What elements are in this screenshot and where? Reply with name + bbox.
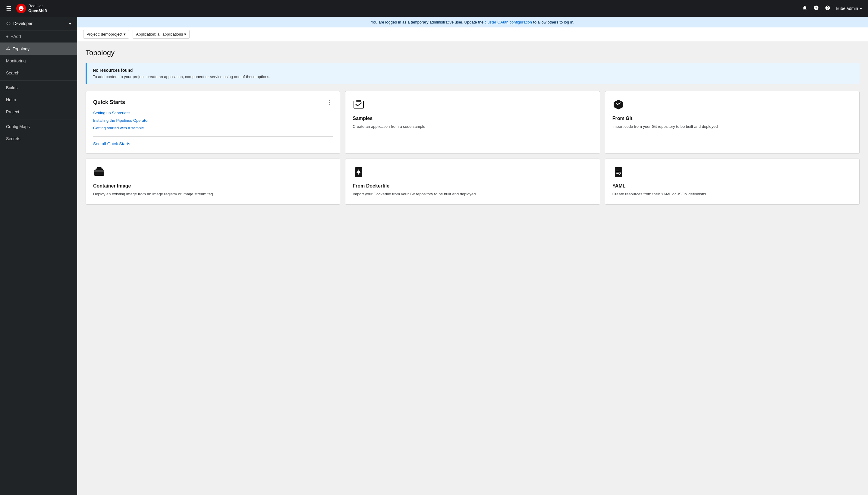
samples-card[interactable]: Samples Create an application from a cod…: [345, 91, 600, 154]
yaml-card[interactable]: YAML Create resources from their YAML or…: [605, 158, 860, 205]
user-menu[interactable]: kube:admin ▾: [836, 6, 862, 11]
container-image-card-desc: Deploy an existing image from an image r…: [93, 191, 333, 197]
yaml-card-title: YAML: [612, 183, 852, 189]
add-nav-icon: +: [6, 34, 8, 39]
alert-description: To add content to your project, create a…: [93, 74, 853, 79]
sidebar-item-search[interactable]: Search: [0, 67, 77, 79]
from-git-icon: [612, 99, 852, 112]
application-dropdown[interactable]: Application: all applications ▾: [133, 30, 190, 39]
cards-grid: Quick Starts ⋮ Setting up Serverless Ins…: [86, 91, 860, 205]
quickstarts-links: Setting up Serverless Installing the Pip…: [93, 110, 333, 130]
sidebar-item-monitoring[interactable]: Monitoring: [0, 55, 77, 67]
yaml-icon: [612, 166, 852, 179]
sidebar-item-builds[interactable]: Builds: [0, 82, 77, 94]
samples-card-desc: Create an application from a code sample: [353, 124, 592, 130]
sidebar-item-secrets[interactable]: Secrets: [0, 133, 77, 145]
svg-rect-7: [356, 100, 361, 102]
topnav-logo: Red Hat OpenShift: [16, 4, 47, 13]
quickstart-link-pipelines[interactable]: Installing the Pipelines Operator: [93, 118, 333, 123]
from-git-card[interactable]: From Git Import code from your Git repos…: [605, 91, 860, 154]
svg-point-2: [9, 49, 10, 50]
topology-nav-icon: [6, 46, 10, 51]
quickstarts-divider: [93, 136, 333, 137]
samples-card-icon: [353, 99, 592, 112]
see-all-quickstarts-link[interactable]: See all Quick Starts →: [93, 141, 333, 146]
hamburger-button[interactable]: ☰: [6, 5, 12, 12]
svg-rect-10: [97, 167, 102, 170]
arrow-right-icon: →: [132, 141, 136, 146]
from-dockerfile-card-title: From Dockerfile: [353, 183, 592, 189]
sidebar-divider: [0, 80, 77, 81]
quickstarts-card[interactable]: Quick Starts ⋮ Setting up Serverless Ins…: [86, 91, 340, 154]
no-resources-alert: No resources found To add content to you…: [86, 63, 860, 84]
quickstart-link-serverless[interactable]: Setting up Serverless: [93, 110, 333, 115]
info-banner: You are logged in as a temporary adminis…: [77, 17, 868, 28]
topnav-logo-text: Red Hat OpenShift: [28, 4, 47, 13]
add-icon[interactable]: [813, 5, 819, 12]
sidebar-item-project[interactable]: Project: [0, 106, 77, 118]
quickstart-link-sample[interactable]: Getting started with a sample: [93, 126, 333, 130]
sidebar-item-configmaps[interactable]: Config Maps: [0, 121, 77, 133]
sidebar: Developer ▾ + +Add Topology Monitoring S…: [0, 17, 77, 495]
svg-line-3: [7, 47, 8, 49]
topnav-icons: kube:admin ▾: [802, 5, 862, 12]
perspective-switcher[interactable]: Developer ▾: [0, 17, 77, 31]
samples-card-title: Samples: [353, 116, 592, 121]
from-dockerfile-card-desc: Import your Dockerfile from your Git rep…: [353, 191, 592, 197]
from-git-card-title: From Git: [612, 116, 852, 121]
help-icon[interactable]: [825, 5, 830, 12]
svg-point-13: [357, 171, 360, 174]
from-dockerfile-card[interactable]: From Dockerfile Import your Dockerfile f…: [345, 158, 600, 205]
project-dropdown[interactable]: Project: demoproject ▾: [83, 30, 129, 39]
application-dropdown-chevron: ▾: [184, 32, 186, 36]
container-image-card-title: Container Image: [93, 183, 333, 189]
from-dockerfile-icon: [353, 166, 592, 179]
notifications-icon[interactable]: [802, 5, 808, 12]
sidebar-item-helm[interactable]: Helm: [0, 94, 77, 106]
project-dropdown-chevron: ▾: [124, 32, 126, 36]
quickstarts-menu-icon[interactable]: ⋮: [327, 99, 333, 106]
yaml-card-desc: Create resources from their YAML or JSON…: [612, 191, 852, 197]
page-title: Topology: [86, 49, 860, 57]
subheader: Project: demoproject ▾ Application: all …: [77, 28, 868, 41]
sidebar-item-add[interactable]: + +Add: [0, 31, 77, 42]
container-image-icon: [93, 166, 333, 179]
svg-line-4: [8, 47, 10, 49]
sidebar-divider-2: [0, 119, 77, 119]
page-content: Topology No resources found To add conte…: [77, 41, 868, 495]
quickstarts-title: Quick Starts: [93, 99, 125, 105]
topnav: ☰ Red Hat OpenShift kube:admin ▾: [0, 0, 868, 17]
oauth-config-link[interactable]: cluster OAuth configuration: [485, 20, 532, 24]
container-image-card[interactable]: Container Image Deploy an existing image…: [86, 158, 340, 205]
svg-point-0: [8, 47, 8, 47]
alert-title: No resources found: [93, 68, 853, 73]
svg-rect-11: [94, 170, 104, 172]
from-git-card-desc: Import code from your Git repository to …: [612, 124, 852, 130]
main-wrapper: You are logged in as a temporary adminis…: [77, 17, 868, 495]
redhat-logo-icon: [16, 4, 26, 13]
svg-point-1: [6, 49, 7, 50]
sidebar-item-topology[interactable]: Topology: [0, 42, 77, 55]
